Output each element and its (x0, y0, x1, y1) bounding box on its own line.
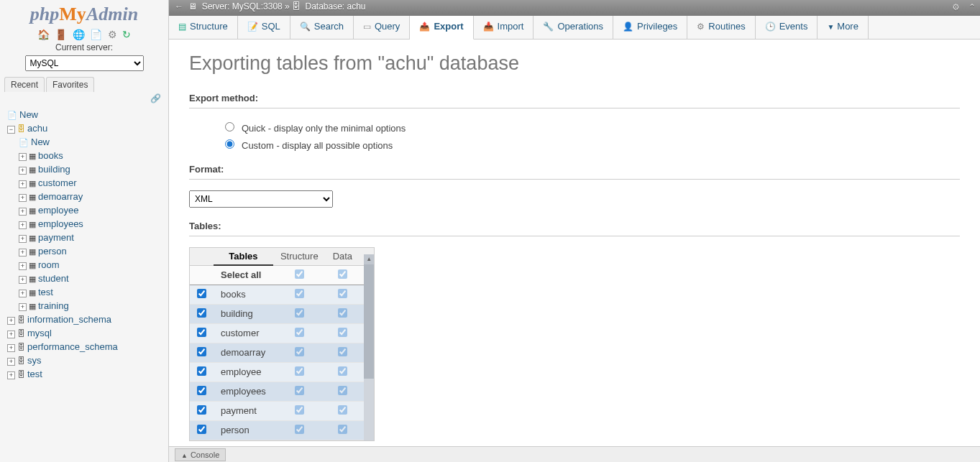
expand-icon[interactable]: + (19, 167, 27, 175)
expand-icon[interactable]: + (19, 290, 27, 297)
tree-table-training[interactable]: +▦training (4, 299, 167, 313)
tab-more[interactable]: ▼More (818, 16, 869, 39)
expand-icon[interactable]: + (19, 276, 27, 284)
tab-routines[interactable]: ⚙Routines (687, 16, 755, 39)
row-structure[interactable] (295, 366, 304, 376)
expand-icon[interactable]: + (7, 331, 15, 338)
tree-table-employees[interactable]: +▦employees (4, 217, 167, 231)
select-all-data[interactable] (338, 269, 347, 279)
row-data[interactable] (338, 386, 347, 395)
expand-icon[interactable]: + (19, 221, 27, 229)
tab-recent[interactable]: Recent (4, 77, 45, 92)
tree-table-books[interactable]: +▦books (4, 149, 167, 162)
tables-scrollbar[interactable]: ▲ (364, 264, 374, 440)
globe-icon[interactable]: 🌐 (73, 29, 85, 40)
th-structure[interactable]: Structure (273, 248, 326, 265)
row-name[interactable]: employees (214, 382, 273, 401)
row-data[interactable] (338, 366, 347, 376)
bc-server-value[interactable]: MySQL:3308 (232, 1, 283, 11)
expand-icon[interactable]: + (19, 153, 27, 161)
expand-icon[interactable]: + (19, 194, 27, 202)
tree-db-performance-schema[interactable]: +🗄performance_schema (4, 340, 167, 354)
tree-table-demoarray[interactable]: +▦demoarray (4, 190, 167, 203)
row-checkbox[interactable] (197, 366, 206, 376)
tab-favorites[interactable]: Favorites (46, 77, 94, 92)
scroll-up-icon[interactable]: ▲ (364, 254, 374, 264)
select-all-label[interactable]: Select all (214, 265, 273, 285)
row-name[interactable]: books (214, 285, 273, 304)
scroll-thumb[interactable] (364, 264, 374, 379)
th-data[interactable]: Data (326, 248, 360, 265)
expand-icon[interactable]: + (7, 358, 15, 366)
console-toggle[interactable]: ▲Console (175, 448, 226, 461)
logout-icon[interactable]: 🚪 (55, 29, 67, 40)
row-name[interactable]: customer (214, 323, 273, 343)
radio-custom[interactable] (225, 139, 234, 149)
tab-search[interactable]: 🔍Search (290, 16, 354, 39)
radio-quick-row[interactable]: Quick - display only the minimal options (189, 119, 960, 137)
row-name[interactable]: payment (214, 401, 273, 420)
logo[interactable]: phpMyAdmin (0, 0, 168, 27)
row-checkbox[interactable] (197, 328, 206, 337)
tree-db-information-schema[interactable]: +🗄information_schema (4, 313, 167, 326)
tab-sql[interactable]: 📝SQL (238, 16, 290, 39)
tab-events[interactable]: 🕒Events (756, 16, 818, 39)
row-structure[interactable] (295, 405, 304, 415)
row-structure[interactable] (295, 289, 304, 298)
tab-privileges[interactable]: 👤Privileges (613, 16, 687, 39)
row-data[interactable] (338, 328, 347, 337)
expand-icon[interactable]: + (7, 317, 15, 325)
row-checkbox[interactable] (197, 425, 206, 434)
row-checkbox[interactable] (197, 405, 206, 415)
row-structure[interactable] (295, 328, 304, 337)
row-checkbox[interactable] (197, 289, 206, 298)
row-structure[interactable] (295, 386, 304, 395)
tree-table-payment[interactable]: +▦payment (4, 231, 167, 244)
page-settings-icon[interactable]: ⚙ (952, 2, 960, 12)
tab-structure[interactable]: ▤Structure (169, 16, 238, 39)
row-data[interactable] (338, 308, 347, 318)
row-data[interactable] (338, 405, 347, 415)
server-select[interactable]: MySQL (25, 55, 144, 71)
expand-icon[interactable]: + (7, 371, 15, 379)
tree-db-mysql[interactable]: +🗄mysql (4, 326, 167, 340)
expand-icon[interactable]: + (19, 235, 27, 243)
tree-table-student[interactable]: +▦student (4, 272, 167, 285)
tree-table-building[interactable]: +▦building (4, 162, 167, 176)
tree-table-room[interactable]: +▦room (4, 258, 167, 272)
tab-query[interactable]: ▭Query (354, 16, 410, 39)
row-name[interactable]: person (214, 420, 273, 440)
tree-db-new[interactable]: 📄New (4, 135, 167, 149)
reload-icon[interactable]: ↻ (122, 29, 131, 40)
row-checkbox[interactable] (197, 347, 206, 356)
expand-icon[interactable]: + (19, 249, 27, 257)
radio-custom-row[interactable]: Custom - display all possible options (189, 137, 960, 154)
bc-db-value[interactable]: achu (347, 1, 366, 11)
expand-icon[interactable]: + (19, 208, 27, 216)
row-name[interactable]: employee (214, 362, 273, 382)
row-structure[interactable] (295, 347, 304, 356)
tree-db-sys[interactable]: +🗄sys (4, 354, 167, 367)
tree-db-test[interactable]: +🗄test (4, 367, 167, 381)
home-icon[interactable]: 🏠 (37, 29, 50, 40)
settings-icon[interactable]: ⚙ (108, 29, 117, 40)
row-data[interactable] (338, 289, 347, 298)
row-data[interactable] (338, 425, 347, 434)
tree-table-employee[interactable]: +▦employee (4, 203, 167, 217)
tab-operations[interactable]: 🔧Operations (533, 16, 613, 39)
row-checkbox[interactable] (197, 386, 206, 395)
docs-icon[interactable]: 📄 (90, 29, 102, 40)
row-structure[interactable] (295, 425, 304, 434)
tree-table-person[interactable]: +▦person (4, 244, 167, 258)
collapse-top-icon[interactable]: ⌃ (968, 2, 976, 12)
tree-table-test[interactable]: +▦test (4, 285, 167, 299)
tab-export[interactable]: 📤Export (410, 16, 473, 40)
tree-db-achu[interactable]: −🗄achu (4, 121, 167, 135)
radio-quick[interactable] (225, 122, 234, 131)
expand-icon[interactable]: + (19, 303, 27, 311)
select-all-structure[interactable] (295, 269, 304, 279)
collapse-icon[interactable]: − (7, 126, 15, 134)
tab-import[interactable]: 📥Import (474, 16, 534, 39)
format-select[interactable]: XML (189, 190, 333, 208)
expand-icon[interactable]: + (19, 180, 27, 188)
